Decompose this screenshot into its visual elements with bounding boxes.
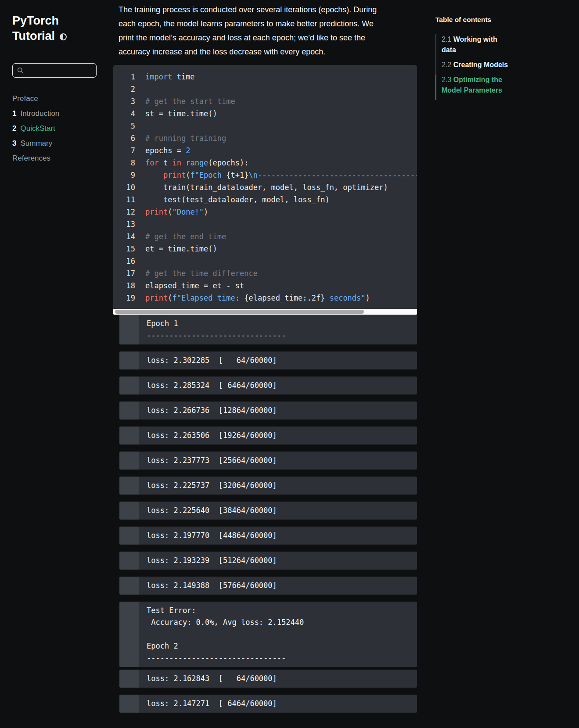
code-text <box>135 120 145 132</box>
cell-output: loss: 2.149388 [57664/60000] <box>119 577 417 595</box>
output-text: loss: 2.285324 [ 6464/60000] <box>139 377 285 394</box>
code-line: 12print("Done!") <box>113 206 417 218</box>
output-text: loss: 2.147271 [ 6464/60000] <box>139 695 285 713</box>
code-line: 15et = time.time() <box>113 243 417 255</box>
output-prompt-gutter <box>119 602 139 667</box>
output-prompt-gutter <box>119 577 139 595</box>
code-horizontal-scrollbar[interactable] <box>113 309 417 315</box>
line-number: 4 <box>113 108 135 120</box>
output-prompt-gutter <box>119 527 139 545</box>
cell-output: loss: 2.197770 [44864/60000] <box>119 527 417 545</box>
line-number: 9 <box>113 169 135 181</box>
output-text: loss: 2.263506 [19264/60000] <box>139 427 285 445</box>
line-number: 11 <box>113 194 135 206</box>
code-text: et = time.time() <box>135 243 217 255</box>
code-text: # running training <box>135 132 226 144</box>
line-number: 3 <box>113 95 135 108</box>
output-prompt-gutter <box>119 402 139 420</box>
code-line: 1import time <box>113 71 417 83</box>
nav-item-label: QuickStart <box>20 124 55 133</box>
output-text: loss: 2.237773 [25664/60000] <box>139 452 285 470</box>
scrollbar-thumb[interactable] <box>115 310 364 314</box>
nav-item-label: Preface <box>12 94 38 103</box>
line-number: 12 <box>113 206 135 218</box>
output-text: loss: 2.302285 [ 64/60000] <box>139 351 285 369</box>
cell-output: loss: 2.285324 [ 6464/60000] <box>119 377 417 394</box>
search-input[interactable] <box>27 67 92 74</box>
search-box[interactable] <box>12 63 97 78</box>
toc-title: Table of contents <box>435 16 579 24</box>
toc-item-2.3[interactable]: 2.3 Optimizing the Model Parameters <box>435 75 513 100</box>
outputs: Epoch 1 -------------------------------l… <box>119 315 417 713</box>
sidebar-item-preface[interactable]: Preface <box>12 94 113 103</box>
sidebar-item-references[interactable]: References <box>12 154 113 162</box>
line-number: 1 <box>113 71 135 83</box>
code-text <box>135 218 145 230</box>
code-line: 8for t in range(epochs): <box>113 157 417 169</box>
line-number: 15 <box>113 243 135 255</box>
intro-paragraph: The training process is conducted over s… <box>119 3 384 59</box>
code-text: test(test_dataloader, model, loss_fn) <box>135 194 330 206</box>
code-line: 18elapsed_time = et - st <box>113 280 417 292</box>
code-line: 9 print(f"Epoch {t+1}\n-----------------… <box>113 169 417 181</box>
code-text: train(train_dataloader, model, loss_fn, … <box>135 181 388 194</box>
nav-item-label: Introduction <box>20 109 59 118</box>
output-prompt-gutter <box>119 315 139 344</box>
output-prompt-gutter <box>119 695 139 713</box>
cell-output: loss: 2.237773 [25664/60000] <box>119 452 417 470</box>
cell-output: loss: 2.225640 [38464/60000] <box>119 502 417 520</box>
toc-item-number: 2.1 <box>442 36 451 43</box>
code-text: # get the start time <box>135 95 235 108</box>
cell-output: loss: 2.162843 [ 64/60000] <box>119 670 417 688</box>
theme-toggle-icon[interactable] <box>60 33 67 40</box>
code-line: 17# get the time difference <box>113 267 417 280</box>
output-prompt-gutter <box>119 377 139 394</box>
sidebar-item-introduction[interactable]: 1Introduction <box>12 109 113 118</box>
output-prompt-gutter <box>119 552 139 570</box>
cell-output: loss: 2.263506 [19264/60000] <box>119 427 417 445</box>
toc-item-number: 2.2 <box>442 61 451 68</box>
line-number: 18 <box>113 280 135 292</box>
code-line: 3# get the start time <box>113 95 417 108</box>
output-text: loss: 2.225737 [32064/60000] <box>139 477 285 495</box>
code-text: print(f"Epoch {t+1}\n-------------------… <box>135 169 417 181</box>
toc-item-label: Creating Models <box>453 61 508 68</box>
line-number: 19 <box>113 292 135 304</box>
main-content: The training process is conducted over s… <box>113 0 417 728</box>
output-prompt-gutter <box>119 670 139 688</box>
output-text: loss: 2.193239 [51264/60000] <box>139 552 285 570</box>
toc-item-2.2[interactable]: 2.2 Creating Models <box>435 60 513 75</box>
line-number: 2 <box>113 83 135 95</box>
code-line: 5 <box>113 120 417 132</box>
nav-item-label: Summary <box>20 139 52 147</box>
nav-item-number: 2 <box>12 124 16 133</box>
sidebar-item-quickstart[interactable]: 2QuickStart <box>12 124 113 133</box>
code-text: epochs = 2 <box>135 144 190 157</box>
code-text: import time <box>135 71 195 83</box>
output-prompt-gutter <box>119 427 139 445</box>
output-text: loss: 2.149388 [57664/60000] <box>139 577 285 595</box>
code-text: print(f"Elapsed time: {elapsed_time:.2f}… <box>135 292 370 304</box>
code-text: st = time.time() <box>135 108 217 120</box>
line-number: 5 <box>113 120 135 132</box>
code-line: 11 test(test_dataloader, model, loss_fn) <box>113 194 417 206</box>
output-text: loss: 2.197770 [44864/60000] <box>139 527 285 545</box>
output-text: Test Error: Accuracy: 0.0%, Avg loss: 2.… <box>139 602 316 667</box>
cell-output: Epoch 1 ------------------------------- <box>119 315 417 344</box>
code-cell: 1import time23# get the start time4st = … <box>113 65 417 309</box>
output-text: loss: 2.162843 [ 64/60000] <box>139 670 285 688</box>
output-prompt-gutter <box>119 477 139 495</box>
cell-output: loss: 2.147271 [ 6464/60000] <box>119 695 417 713</box>
sidebar-item-summary[interactable]: 3Summary <box>12 139 113 147</box>
cell-output: Test Error: Accuracy: 0.0%, Avg loss: 2.… <box>119 602 417 667</box>
output-prompt-gutter <box>119 502 139 520</box>
toc-item-2.1[interactable]: 2.1 Working with data <box>435 34 513 60</box>
sidebar-nav: Preface1Introduction2QuickStart3SummaryR… <box>12 94 113 162</box>
site-title-line1: PyTorch <box>12 13 113 29</box>
output-prompt-gutter <box>119 351 139 369</box>
output-text: loss: 2.266736 [12864/60000] <box>139 402 285 420</box>
line-number: 16 <box>113 255 135 267</box>
site-title-line2: Tutorial <box>12 29 113 44</box>
output-text: loss: 2.225640 [38464/60000] <box>139 502 285 520</box>
code-text: # get the time difference <box>135 267 258 280</box>
